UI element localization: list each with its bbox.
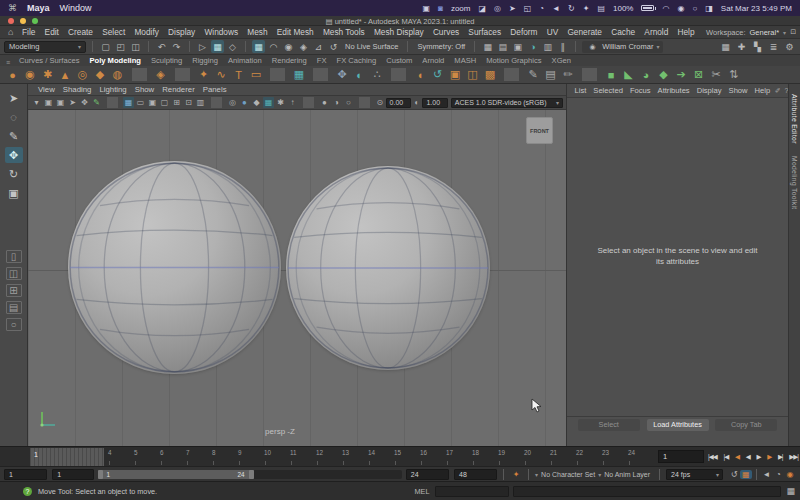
location-icon[interactable]: ➤ xyxy=(509,4,516,13)
shelf-tool-icon[interactable]: ✏ xyxy=(561,67,576,82)
menu-item[interactable]: Edit Mesh xyxy=(272,27,318,37)
viewport-toolbar-icon[interactable]: ◑ xyxy=(331,97,342,108)
ae-button[interactable]: Load Attributes xyxy=(647,419,709,431)
shelf-tool-icon[interactable]: ▲ xyxy=(58,67,73,82)
tool-icon[interactable]: ✥ xyxy=(5,147,23,163)
menu-item[interactable]: Mesh Display xyxy=(369,27,428,37)
animation-start-field[interactable]: 1 xyxy=(4,469,47,480)
frame-ruler[interactable]: 123456789101112131415161718192021222324 xyxy=(30,448,654,466)
render-icon[interactable]: ∥ xyxy=(556,40,569,53)
shelf-tab[interactable]: MASH xyxy=(449,55,481,66)
viewport-menu-item[interactable]: Panels xyxy=(199,85,231,94)
menu-item[interactable]: Surfaces xyxy=(464,27,506,37)
shelf-tab[interactable]: Animation xyxy=(223,55,267,66)
shelf-tool-icon[interactable]: ⇅ xyxy=(726,67,741,82)
fps-dropdown[interactable]: 24 fps ▾ xyxy=(666,469,723,480)
autokey-icon[interactable]: ◉ xyxy=(784,470,796,479)
frame-tick[interactable]: 11 xyxy=(290,448,316,466)
tool-icon[interactable]: ▣ xyxy=(5,185,23,201)
shelf-tool-icon[interactable] xyxy=(582,68,597,81)
menubar-clock[interactable]: Sat Mar 23 5:49 PM xyxy=(721,4,792,13)
shelf-tab[interactable]: FX xyxy=(312,55,332,66)
shelf-tool-icon[interactable]: ▭ xyxy=(249,67,264,82)
menu-item[interactable]: Arnold xyxy=(640,27,673,37)
menu-item[interactable]: File xyxy=(17,27,40,37)
symmetry-label[interactable]: Symmetry: Off xyxy=(414,42,468,51)
current-frame-field[interactable]: 1 xyxy=(658,450,704,463)
shelf-tool-icon[interactable]: ◕ xyxy=(639,67,654,82)
shelf-tab[interactable]: Rigging xyxy=(187,55,223,66)
shelf-tool-icon[interactable]: ▦ xyxy=(292,67,307,82)
shelf-tool-icon[interactable] xyxy=(313,68,328,81)
selection-mode-icon[interactable]: ◇ xyxy=(226,40,239,53)
viewport-menu-item[interactable]: View xyxy=(34,85,59,94)
current-frame-marker[interactable]: 1 xyxy=(30,448,104,466)
shelf-tool-icon[interactable]: ⊠ xyxy=(691,67,706,82)
ae-menu-item[interactable]: Display xyxy=(693,86,725,95)
workspace-selector[interactable]: Workspace: General* ▾ ⊡ xyxy=(706,28,796,37)
cached-playback-icon[interactable]: ▦ xyxy=(740,470,752,479)
sphere-right[interactable] xyxy=(286,166,490,370)
viewport-toolbar-icon[interactable]: ◆ xyxy=(251,97,262,108)
viewport-toolbar-icon[interactable]: ○ xyxy=(343,97,354,108)
frame-tick[interactable]: 18 xyxy=(472,448,498,466)
shelf-tab[interactable]: Rendering xyxy=(267,55,312,66)
shelf-tab[interactable]: Curves / Surfaces xyxy=(14,55,84,66)
mute-icon[interactable]: ◄ xyxy=(761,470,773,479)
shelf-tab[interactable]: Sculpting xyxy=(146,55,187,66)
shelf-tool-icon[interactable] xyxy=(504,68,519,81)
battery-icon[interactable] xyxy=(641,5,654,11)
time-icon[interactable]: ◔ xyxy=(772,470,784,479)
render-icon[interactable]: ▥ xyxy=(541,40,554,53)
keyboard-icon[interactable]: ▤ xyxy=(597,4,605,13)
shelf-tool-icon[interactable]: ◆ xyxy=(656,67,671,82)
viewport-toolbar-icon[interactable] xyxy=(303,97,314,108)
shelf-tool-icon[interactable]: ▤ xyxy=(543,67,558,82)
shelf-tool-icon[interactable]: ✱ xyxy=(40,67,55,82)
snap-icon[interactable]: ⊿ xyxy=(312,40,325,53)
menu-item[interactable]: Deform xyxy=(506,27,542,37)
gamma-icon[interactable]: ◐ xyxy=(412,97,422,108)
layout-shortcut-icon[interactable]: ○ xyxy=(6,318,22,331)
menu-item[interactable]: Modify xyxy=(130,27,164,37)
frame-tick[interactable]: 14 xyxy=(368,448,394,466)
panel-toggle-icon[interactable]: ✚ xyxy=(735,40,748,53)
shield-icon[interactable]: ◙ xyxy=(438,4,443,13)
frame-tick[interactable]: 24 xyxy=(628,448,654,466)
ae-menu-item[interactable]: List xyxy=(571,86,590,95)
shelf-tool-icon[interactable]: ∴ xyxy=(370,67,385,82)
shelf-tool-icon[interactable]: ▣ xyxy=(448,67,463,82)
viewport-toolbar-icon[interactable]: ⊞ xyxy=(171,97,182,108)
undo-redo-icon[interactable]: ↷ xyxy=(170,40,183,53)
snap-icon[interactable]: ◈ xyxy=(297,40,310,53)
ae-menu-item[interactable]: Selected xyxy=(590,86,627,95)
menu-item[interactable]: Curves xyxy=(428,27,463,37)
ae-menu-item[interactable]: Attributes xyxy=(654,86,693,95)
viewport-menu-item[interactable]: Renderer xyxy=(158,85,199,94)
menu-item[interactable]: Mesh xyxy=(243,27,272,37)
shelf-tool-icon[interactable]: ▩ xyxy=(483,67,498,82)
playback-button[interactable]: ▶ xyxy=(756,453,760,461)
shelf-tool-icon[interactable]: ✥ xyxy=(335,67,350,82)
viewport-toolbar-icon[interactable]: ▾ xyxy=(31,97,42,108)
script-editor-icon[interactable]: ▦ xyxy=(786,486,795,496)
viewport-toolbar-icon[interactable]: ▥ xyxy=(195,97,206,108)
file-icon[interactable]: ▢ xyxy=(99,40,112,53)
playback-button[interactable]: |◀ xyxy=(723,453,728,461)
frame-tick[interactable]: 16 xyxy=(420,448,446,466)
shelf-tab[interactable]: FX Caching xyxy=(332,55,382,66)
frame-tick[interactable]: 20 xyxy=(524,448,550,466)
frame-tick[interactable]: 6 xyxy=(160,448,186,466)
layout-shortcut-icon[interactable]: ⊞ xyxy=(6,284,22,297)
shelf-tab[interactable]: XGen xyxy=(547,55,576,66)
viewport-toolbar-icon[interactable]: ↑ xyxy=(287,97,298,108)
viewport-toolbar-icon[interactable]: ▦ xyxy=(263,97,274,108)
shelf-tool-icon[interactable]: ↺ xyxy=(430,67,445,82)
command-input-field[interactable] xyxy=(435,486,509,497)
shelf-tool-icon[interactable]: ◆ xyxy=(93,67,108,82)
viewport-toolbar-icon[interactable] xyxy=(359,97,370,108)
exposure-icon[interactable]: ⊙ xyxy=(375,97,385,108)
anim-layer-dropdown[interactable]: No Anim Layer xyxy=(601,471,653,478)
gamma-field[interactable]: 1.00 xyxy=(422,98,447,108)
macos-app-menu[interactable]: Maya xyxy=(27,3,50,13)
